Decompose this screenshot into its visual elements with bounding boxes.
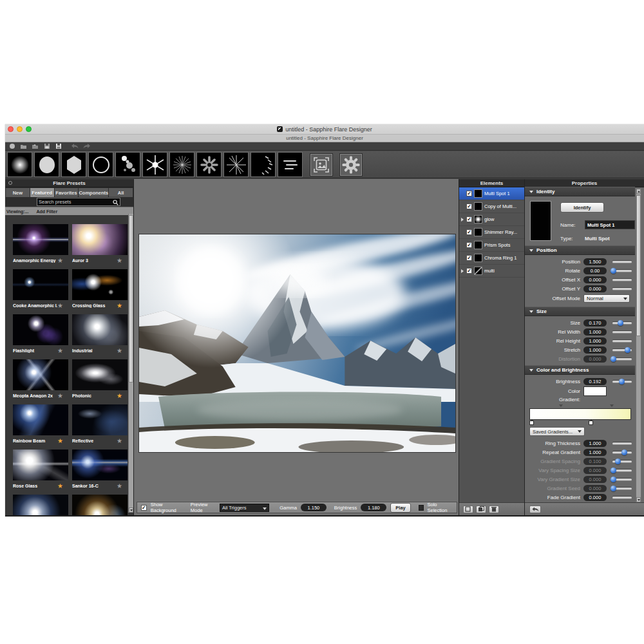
minimize-button[interactable] <box>17 126 23 132</box>
solo-selection-checkbox[interactable] <box>419 505 424 511</box>
panel-menu-icon[interactable] <box>8 181 12 185</box>
preset-item[interactable]: Industrial★ <box>72 314 128 356</box>
value-field[interactable]: 0.170 <box>583 319 607 327</box>
preset-thumbnail[interactable] <box>13 269 68 300</box>
value-field[interactable]: 0.000 <box>583 494 607 501</box>
element-visibility-checkbox[interactable]: ✓ <box>466 268 472 274</box>
presets-scrollbar[interactable] <box>128 214 133 513</box>
preset-thumbnail[interactable] <box>13 450 68 480</box>
preset-item[interactable]: Sankor 16-C★ <box>72 450 128 491</box>
slider[interactable] <box>612 340 632 342</box>
element-row[interactable]: ✓ Prism Spots <box>459 239 524 252</box>
slider[interactable] <box>612 261 632 263</box>
triggers-dropdown[interactable]: All Triggers <box>220 504 269 512</box>
section-color-brightness[interactable]: Color and Brightness <box>525 365 635 375</box>
preset-thumbnail[interactable] <box>13 359 68 390</box>
gradient-marker-icon[interactable] <box>610 404 614 407</box>
gradient-bar[interactable] <box>529 408 631 420</box>
element-visibility-checkbox[interactable]: ✓ <box>466 191 472 196</box>
slider[interactable] <box>612 288 632 290</box>
element-visibility-checkbox[interactable]: ✓ <box>466 255 472 261</box>
name-field[interactable]: Multi Spot 1 <box>585 220 635 229</box>
slider[interactable] <box>612 497 632 498</box>
slider[interactable] <box>612 322 632 324</box>
tab-featured[interactable]: Featured <box>30 188 54 197</box>
slider[interactable] <box>612 349 632 351</box>
slider-knob[interactable] <box>611 268 616 274</box>
element-button-multi-spots[interactable] <box>115 152 140 177</box>
new-flare-icon[interactable] <box>8 143 15 149</box>
preset-item[interactable] <box>13 495 68 515</box>
preset-thumbnail[interactable] <box>72 450 128 480</box>
saved-gradients-dropdown[interactable]: Saved Gradients... <box>529 427 585 436</box>
settings-gear-button[interactable] <box>339 153 363 176</box>
delete-element-button[interactable] <box>489 506 499 513</box>
element-row[interactable]: ✓ Chroma Ring 1 <box>459 252 524 265</box>
preset-item[interactable]: Crossing Glass★ <box>72 269 128 311</box>
slider[interactable] <box>612 451 632 453</box>
preset-thumbnail[interactable] <box>13 495 68 515</box>
section-identity[interactable]: Identity <box>525 187 635 196</box>
offset-mode-dropdown[interactable]: Normal <box>583 294 630 303</box>
preset-thumbnail[interactable] <box>72 269 128 300</box>
preset-item[interactable]: Reflective★ <box>72 404 128 446</box>
expand-arrow-icon[interactable] <box>461 218 464 222</box>
favorite-star-icon[interactable]: ★ <box>117 348 122 354</box>
element-button-spark[interactable] <box>142 152 167 177</box>
show-background-checkbox[interactable]: ✓ <box>141 505 147 511</box>
favorite-star-icon[interactable]: ★ <box>117 258 122 264</box>
duplicate-element-button[interactable] <box>476 506 486 513</box>
preset-thumbnail[interactable] <box>13 224 68 255</box>
preset-thumbnail[interactable] <box>72 359 128 390</box>
slider-knob[interactable] <box>625 347 630 353</box>
preset-item[interactable]: Flashlight★ <box>13 314 68 356</box>
zoom-button[interactable] <box>26 126 32 132</box>
favorite-star-icon[interactable]: ★ <box>117 483 122 489</box>
properties-scrollbar-thumb[interactable] <box>636 195 641 336</box>
scroll-up-arrow[interactable] <box>636 189 641 194</box>
element-button-hexagon[interactable] <box>61 152 86 177</box>
slider[interactable] <box>612 442 632 444</box>
slider[interactable] <box>612 331 632 333</box>
preset-thumbnail[interactable] <box>72 495 128 515</box>
element-row[interactable]: ✓ Shimmer Ray... <box>459 226 524 239</box>
gradient-stop[interactable] <box>589 421 593 425</box>
slider[interactable] <box>612 381 632 383</box>
brightness-field[interactable]: 1.180 <box>361 504 386 511</box>
value-field[interactable]: 0.192 <box>583 378 607 385</box>
value-field[interactable]: 0.00 <box>583 267 607 274</box>
element-row[interactable]: ✓ Copy of Multi... <box>459 200 524 213</box>
value-field[interactable]: 1.000 <box>583 328 607 336</box>
gradient-marker-icon[interactable] <box>559 404 563 407</box>
element-visibility-checkbox[interactable]: ✓ <box>466 216 472 222</box>
identify-button[interactable]: Identify <box>560 202 604 213</box>
preset-item[interactable]: Photonic★ <box>72 359 128 401</box>
favorite-star-icon[interactable]: ★ <box>57 393 63 399</box>
value-field[interactable]: 1.000 <box>583 337 607 345</box>
element-row[interactable]: ✓ Multi Spot 1 <box>459 187 524 200</box>
preset-item[interactable]: Cooke Anamorphic I...★ <box>13 269 68 311</box>
preset-thumbnail[interactable] <box>13 314 68 345</box>
tab-components[interactable]: Components <box>79 188 108 197</box>
value-field[interactable]: 0.000 <box>583 276 607 283</box>
reset-button[interactable] <box>529 506 541 513</box>
element-visibility-checkbox[interactable]: ✓ <box>466 242 472 248</box>
favorite-star-icon[interactable]: ★ <box>57 303 63 309</box>
element-button-streaks[interactable] <box>278 152 303 177</box>
value-field[interactable]: 1.500 <box>583 258 607 265</box>
search-input[interactable] <box>37 199 113 205</box>
favorite-star-icon[interactable]: ★ <box>57 438 63 444</box>
open-icon[interactable] <box>20 143 27 149</box>
slider-knob[interactable] <box>619 379 625 384</box>
undo-icon[interactable] <box>71 143 79 149</box>
preset-thumbnail[interactable] <box>72 224 128 255</box>
value-field[interactable]: 1.000 <box>583 440 607 447</box>
favorite-star-icon[interactable]: ★ <box>57 483 63 489</box>
save-as-icon[interactable] <box>55 143 62 149</box>
element-button-glow[interactable] <box>7 152 32 177</box>
favorite-star-icon[interactable]: ★ <box>117 303 122 309</box>
import-icon[interactable] <box>32 143 39 149</box>
gamma-field[interactable]: 1.150 <box>301 504 327 511</box>
element-row[interactable]: ✓ multi <box>459 265 524 278</box>
preset-thumbnail[interactable] <box>13 404 68 435</box>
